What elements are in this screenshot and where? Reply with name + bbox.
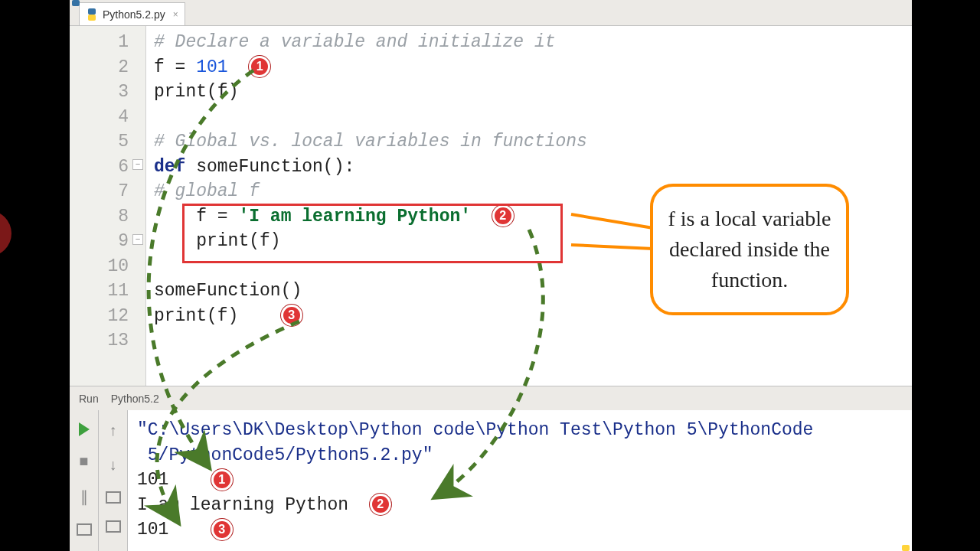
badge-3: 3: [211, 519, 233, 540]
run-label: Run: [79, 393, 99, 405]
badge-2: 2: [370, 494, 391, 515]
pause-icon[interactable]: ∥: [80, 487, 88, 507]
fold-icon[interactable]: −: [132, 159, 143, 170]
close-icon[interactable]: ×: [173, 9, 178, 20]
console-output[interactable]: "C:\Users\DK\Desktop\Python code\Python …: [128, 410, 912, 551]
badge-3: 3: [281, 305, 302, 326]
record-indicator: [0, 210, 11, 256]
arrow-up-icon[interactable]: ↑: [108, 422, 117, 440]
file-tab[interactable]: Python5.2.py ×: [79, 2, 185, 25]
run-toolbar: Run Python5.2: [70, 386, 912, 410]
stop-icon[interactable]: ■: [79, 453, 88, 471]
ide-window: Python5.2.py × 12345678910111213 − − # D…: [70, 0, 912, 551]
tab-filename: Python5.2.py: [103, 8, 165, 21]
play-icon[interactable]: [79, 422, 90, 436]
run-tool-column: ■ ∥: [70, 410, 99, 551]
badge-2: 2: [492, 205, 514, 227]
line-gutter: 12345678910111213: [70, 26, 146, 386]
fold-icon[interactable]: −: [132, 234, 143, 245]
run-config-name: Python5.2: [111, 393, 159, 405]
wrap-icon[interactable]: [106, 491, 121, 504]
python-icon: [86, 8, 98, 21]
badge-1: 1: [211, 469, 233, 491]
layout-icon[interactable]: [77, 523, 92, 536]
code-area[interactable]: − − # Declare a variable and initialize …: [146, 26, 912, 386]
nav-tool-column: ↑ ↓: [99, 410, 128, 551]
code-editor[interactable]: 12345678910111213 − − # Declare a variab…: [70, 26, 912, 386]
badge-1: 1: [249, 56, 270, 77]
print-icon[interactable]: [106, 520, 121, 533]
arrow-down-icon[interactable]: ↓: [108, 457, 117, 474]
console-panel: ■ ∥ ↑ ↓ "C:\Users\DK\Desktop\Python code…: [70, 410, 912, 551]
tab-bar: Python5.2.py ×: [70, 0, 912, 26]
